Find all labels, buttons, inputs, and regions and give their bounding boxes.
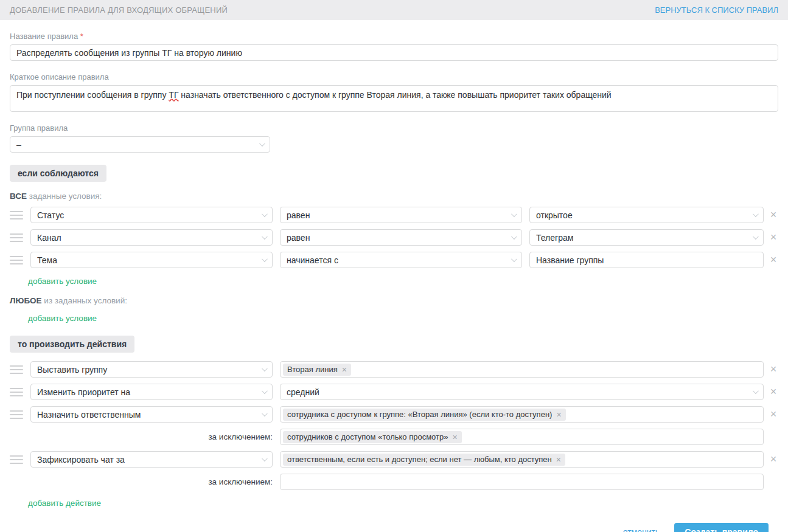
exception-label: за исключением: [10, 432, 273, 441]
page-title: ДОБАВЛЕНИЕ ПРАВИЛА ДЛЯ ВХОДЯЩИХ ОБРАЩЕНИ… [10, 5, 228, 15]
condition-field-value: Тема [37, 255, 57, 265]
condition-field-select[interactable]: Статус [30, 207, 273, 223]
remove-tag-icon[interactable]: × [452, 432, 457, 442]
drag-handle-icon[interactable] [10, 207, 23, 223]
required-asterisk: * [80, 32, 83, 41]
delete-condition-button[interactable]: × [769, 229, 778, 246]
rule-name-input[interactable] [10, 44, 778, 61]
chevron-down-icon [259, 140, 265, 147]
condition-operator-select[interactable]: равен [280, 207, 522, 223]
chevron-down-icon [511, 233, 517, 240]
all-conditions-label-bold: ВСЕ [10, 192, 27, 201]
add-condition-link[interactable]: добавить условие [28, 277, 97, 286]
rule-group-label: Группа правила [10, 123, 778, 133]
page-header: ДОБАВЛЕНИЕ ПРАВИЛА ДЛЯ ВХОДЯЩИХ ОБРАЩЕНИ… [0, 0, 788, 20]
condition-operator-value: начинается с [287, 255, 338, 265]
action-type-value: Зафиксировать чат за [37, 455, 125, 465]
delete-action-button[interactable]: × [769, 384, 778, 400]
delete-action-button[interactable]: × [769, 451, 778, 468]
condition-value-input[interactable] [529, 252, 764, 268]
cancel-link[interactable]: отменить [623, 527, 660, 532]
condition-operator-select[interactable]: равен [280, 229, 522, 246]
condition-field-select[interactable]: Тема [30, 252, 273, 268]
drag-handle-icon[interactable] [10, 384, 23, 400]
action-value-select[interactable]: средний [280, 384, 764, 400]
action-type-value: Назначить ответственным [37, 410, 141, 420]
action-row: Зафиксировать чат за ответственным, если… [10, 451, 778, 468]
condition-value: открытое [536, 210, 573, 220]
action-type-select[interactable]: Изменить приоритет на [30, 384, 273, 400]
condition-operator-value: равен [287, 210, 310, 220]
chevron-down-icon [753, 388, 759, 394]
action-row: Выставить группу Вторая линия × × [10, 361, 778, 378]
description-text-before: При поступлении сообщения в группу [16, 90, 169, 100]
drag-handle-icon[interactable] [10, 229, 23, 246]
action-value-field[interactable]: Вторая линия × [280, 361, 764, 378]
action-exception-row: за исключением: сотрудников с доступом «… [10, 429, 778, 445]
value-tag-text: ответственным, если есть и доступен; есл… [287, 455, 552, 464]
condition-row: Канал равен Телеграм × [10, 229, 778, 246]
any-conditions-label-bold: ЛЮБОЕ [10, 296, 42, 305]
form-footer: отменить Создать правило [10, 523, 778, 532]
condition-value: Телеграм [536, 233, 573, 243]
all-conditions-label: ВСЕ заданные условия: [10, 192, 778, 201]
drag-handle-icon[interactable] [10, 406, 23, 423]
chevron-down-icon [262, 211, 268, 217]
rule-description-input[interactable]: При поступлении сообщения в группу ТГ на… [10, 85, 778, 112]
add-action-link[interactable]: добавить действие [28, 499, 101, 508]
condition-field-value: Статус [37, 210, 64, 220]
exception-value-field[interactable]: сотрудников с доступом «только просмотр»… [280, 429, 764, 445]
drag-handle-icon[interactable] [10, 361, 23, 378]
condition-value-select[interactable]: Телеграм [529, 229, 764, 246]
rule-group-select[interactable]: – [10, 136, 270, 153]
action-type-select[interactable]: Выставить группу [30, 361, 273, 378]
action-type-select[interactable]: Зафиксировать чат за [30, 451, 273, 468]
chevron-down-icon [511, 211, 517, 217]
value-tag-text: сотрудников с доступом «только просмотр» [287, 432, 448, 441]
delete-action-button[interactable]: × [769, 406, 778, 423]
value-tag: ответственным, если есть и доступен; есл… [283, 454, 565, 466]
remove-tag-icon[interactable]: × [342, 365, 347, 375]
condition-value-select[interactable]: открытое [529, 207, 764, 223]
exception-value-input[interactable] [280, 474, 764, 490]
drag-handle-icon[interactable] [10, 451, 23, 468]
action-exception-row: за исключением: [10, 474, 778, 490]
rule-group-value: – [16, 140, 21, 150]
chevron-down-icon [262, 410, 268, 416]
value-tag-text: сотрудника с доступом к группе: «Вторая … [287, 410, 552, 419]
any-conditions-label-rest: из заданных условий: [42, 296, 127, 305]
action-row: Изменить приоритет на средний × [10, 384, 778, 400]
action-value-field[interactable]: ответственным, если есть и доступен; есл… [280, 451, 764, 468]
drag-handle-icon[interactable] [10, 252, 23, 268]
all-conditions-label-rest: заданные условия: [27, 192, 102, 201]
action-type-value: Изменить приоритет на [37, 387, 130, 397]
delete-condition-button[interactable]: × [769, 207, 778, 223]
chevron-down-icon [262, 455, 268, 461]
back-to-rules-link[interactable]: ВЕРНУТЬСЯ К СПИСКУ ПРАВИЛ [655, 5, 778, 15]
delete-condition-button[interactable]: × [769, 252, 778, 268]
action-type-value: Выставить группу [37, 365, 107, 375]
rule-description-label: Краткое описание правила [10, 72, 778, 81]
rule-name-label: Название правила * [10, 32, 778, 41]
remove-tag-icon[interactable]: × [556, 455, 561, 465]
condition-field-select[interactable]: Канал [30, 229, 273, 246]
action-type-select[interactable]: Назначить ответственным [30, 406, 273, 423]
description-misspelled-word: ТГ [169, 90, 178, 100]
rule-name-label-text: Название правила [10, 32, 78, 41]
action-value-field[interactable]: сотрудника с доступом к группе: «Вторая … [280, 406, 764, 423]
create-rule-button[interactable]: Создать правило [674, 523, 769, 532]
description-text-after: назначать ответственного с доступом к гр… [178, 90, 611, 100]
chevron-down-icon [753, 233, 759, 240]
add-any-condition-link[interactable]: добавить условие [28, 314, 97, 323]
chevron-down-icon [511, 256, 517, 262]
chevron-down-icon [262, 256, 268, 262]
value-tag: сотрудников с доступом «только просмотр»… [283, 431, 462, 443]
condition-operator-value: равен [287, 233, 310, 243]
condition-operator-select[interactable]: начинается с [280, 252, 522, 268]
chevron-down-icon [262, 233, 268, 240]
delete-action-button[interactable]: × [769, 361, 778, 378]
remove-tag-icon[interactable]: × [556, 410, 561, 420]
chevron-down-icon [262, 365, 268, 371]
value-tag: Вторая линия × [283, 364, 351, 376]
any-conditions-label: ЛЮБОЕ из заданных условий: [10, 296, 778, 305]
